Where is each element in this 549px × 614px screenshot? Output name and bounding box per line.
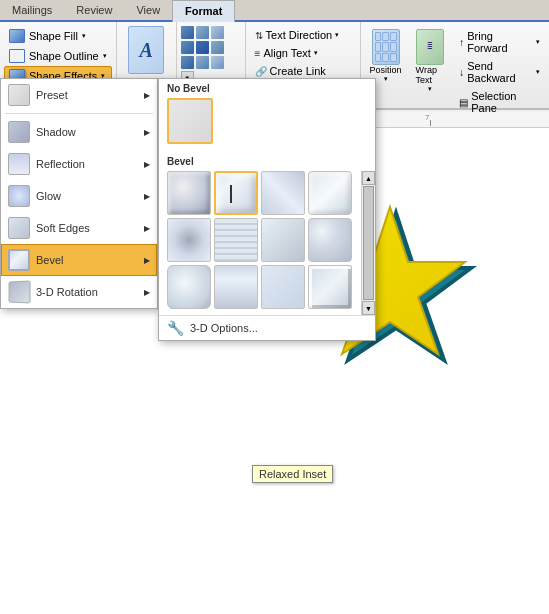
bring-forward-button[interactable]: ↑ Bring Forward ▾ [454,28,545,56]
shadow-arrow: ▶ [144,128,150,137]
glow-arrow: ▶ [144,192,150,201]
bevel-item-angle[interactable] [261,265,305,309]
bevel-preview [8,249,30,271]
wordart-item-8[interactable] [196,56,209,69]
menu-item-3d-rotation[interactable]: 3-D Rotation ▶ [1,276,157,308]
wordart-item-5[interactable] [196,41,209,54]
shape-fill-icon [9,29,25,43]
text-direction-icon: ⇅ [255,30,263,41]
bevel-item-soft-round[interactable] [167,265,211,309]
bevel-submenu: No Bevel Bevel ▲ ▼ [158,78,376,341]
soft-edges-preview [8,217,30,239]
shape-fill-button[interactable]: Shape Fill ▾ [4,26,112,46]
bevel-scrollbar[interactable]: ▲ ▼ [361,171,375,315]
bevel-item-cross[interactable] [261,171,305,215]
bevel-none-item[interactable] [167,98,213,144]
menu-item-glow[interactable]: Glow ▶ [1,180,157,212]
soft-edges-arrow: ▶ [144,224,150,233]
wordart-item-1[interactable] [181,26,194,39]
scroll-thumb[interactable] [363,186,374,300]
selection-pane-icon: ▤ [459,97,468,108]
tab-review[interactable]: Review [64,0,124,20]
shape-effects-dropdown: Preset ▶ Shadow ▶ Reflection ▶ Glow ▶ So… [0,78,158,309]
menu-item-bevel[interactable]: Bevel ▶ [1,244,157,276]
tab-view[interactable]: View [124,0,172,20]
align-text-icon: ≡ [255,48,261,59]
send-backward-button[interactable]: ↓ Send Backward ▾ [454,58,545,86]
scroll-up-btn[interactable]: ▲ [362,171,375,185]
bevel-item-convex[interactable] [308,218,352,262]
wordart-item-7[interactable] [181,56,194,69]
bevel-item-hard-edge[interactable] [308,265,352,309]
bevel-item-divot[interactable] [167,218,211,262]
wordart-item-2[interactable] [196,26,209,39]
preset-preview [8,84,30,106]
position-icon [372,29,400,65]
reflection-preview [8,153,30,175]
shadow-preview [8,121,30,143]
bevel-item-cool[interactable] [308,171,352,215]
bevel-3d-options[interactable]: 🔧 3-D Options... [159,315,375,340]
glow-preview [8,185,30,207]
wrap-text-button[interactable]: ≣ Wrap Text ▾ [411,26,451,116]
wrap-text-icon: ≣ [416,29,444,65]
wordart-item-4[interactable] [181,41,194,54]
shape-outline-icon [9,49,25,63]
preset-arrow: ▶ [144,91,150,100]
tab-mailings[interactable]: Mailings [0,0,64,20]
menu-item-shadow[interactable]: Shadow ▶ [1,116,157,148]
bevel-item-art-deco[interactable] [214,265,258,309]
wordart-item-9[interactable] [211,56,224,69]
shape-outline-button[interactable]: Shape Outline ▾ [4,46,112,66]
wordart-item-6[interactable] [211,41,224,54]
shape-fill-arrow: ▾ [82,32,86,40]
create-link-icon: 🔗 [255,66,267,77]
ribbon-tab-bar: Mailings Review View Format [0,0,549,22]
bevel-item-riblet[interactable] [214,218,258,262]
send-backward-icon: ↓ [459,67,464,78]
menu-item-soft-edges[interactable]: Soft Edges ▶ [1,212,157,244]
bring-forward-icon: ↑ [459,37,464,48]
scroll-down-btn[interactable]: ▼ [362,301,375,315]
text-direction-arrow: ▾ [335,31,339,39]
align-text-button[interactable]: ≡ Align Text ▾ [250,44,356,62]
wordart-item-3[interactable] [211,26,224,39]
position-arrow: ▾ [384,75,388,83]
text-direction-button[interactable]: ⇅ Text Direction ▾ [250,26,356,44]
bevel-item-circle[interactable] [167,171,211,215]
arrange-group: Position ▾ ≣ Wrap Text ▾ ↑ Bring Forward… [361,22,549,108]
menu-item-reflection[interactable]: Reflection ▶ [1,148,157,180]
no-bevel-label: No Bevel [159,79,375,98]
shape-outline-arrow: ▾ [103,52,107,60]
3d-rotation-preview [9,280,31,303]
wrap-arrow: ▾ [428,85,432,93]
bevel-section-label: Bevel [159,152,375,171]
3d-options-icon: 🔧 [167,320,184,336]
reflection-arrow: ▶ [144,160,150,169]
bevel-item-relaxed[interactable] [214,171,258,215]
bevel-item-slope[interactable] [261,218,305,262]
align-text-arrow: ▾ [314,49,318,57]
menu-item-preset[interactable]: Preset ▶ [1,79,157,111]
send-backward-arrow: ▾ [536,68,540,76]
tab-format[interactable]: Format [172,0,235,22]
bevel-arrow: ▶ [144,256,150,265]
bring-forward-arrow: ▾ [536,38,540,46]
3d-rotation-arrow: ▶ [144,288,150,297]
quick-styles-box[interactable]: A [128,26,164,74]
